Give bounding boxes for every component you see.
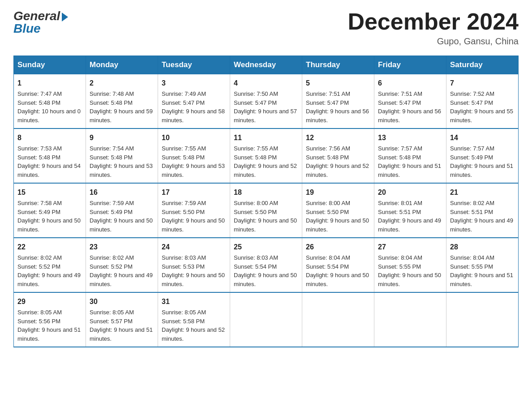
day-cell: 27Sunrise: 8:04 AMSunset: 5:55 PMDayligh… bbox=[374, 238, 446, 292]
day-sunrise: Sunrise: 8:05 AM bbox=[17, 309, 62, 316]
day-sunset: Sunset: 5:48 PM bbox=[17, 154, 60, 161]
day-sunset: Sunset: 5:48 PM bbox=[17, 99, 60, 106]
day-daylight: Daylight: 9 hours and 50 minutes. bbox=[306, 217, 369, 233]
day-cell bbox=[374, 292, 446, 347]
day-sunset: Sunset: 5:55 PM bbox=[378, 263, 421, 270]
day-cell bbox=[302, 292, 374, 347]
day-daylight: Daylight: 9 hours and 58 minutes. bbox=[162, 108, 225, 124]
logo: General Blue bbox=[13, 9, 68, 36]
day-number: 29 bbox=[17, 296, 82, 307]
day-number: 24 bbox=[162, 242, 226, 253]
day-sunset: Sunset: 5:48 PM bbox=[90, 99, 133, 106]
day-daylight: Daylight: 9 hours and 49 minutes. bbox=[450, 217, 513, 233]
day-cell: 9Sunrise: 7:54 AMSunset: 5:48 PMDaylight… bbox=[86, 128, 158, 183]
day-daylight: Daylight: 9 hours and 55 minutes. bbox=[450, 108, 513, 124]
day-sunrise: Sunrise: 7:57 AM bbox=[450, 145, 494, 152]
day-sunset: Sunset: 5:51 PM bbox=[450, 209, 493, 215]
day-daylight: Daylight: 9 hours and 50 minutes. bbox=[162, 217, 225, 233]
day-daylight: Daylight: 9 hours and 53 minutes. bbox=[162, 163, 225, 178]
day-cell: 10Sunrise: 7:55 AMSunset: 5:48 PMDayligh… bbox=[158, 128, 230, 183]
day-sunset: Sunset: 5:47 PM bbox=[234, 99, 277, 106]
day-sunrise: Sunrise: 7:57 AM bbox=[378, 145, 422, 152]
day-number: 10 bbox=[162, 133, 226, 143]
day-sunrise: Sunrise: 7:52 AM bbox=[450, 90, 494, 97]
day-sunset: Sunset: 5:49 PM bbox=[90, 209, 133, 215]
day-number: 22 bbox=[17, 242, 82, 253]
day-cell: 17Sunrise: 7:59 AMSunset: 5:50 PMDayligh… bbox=[158, 183, 230, 238]
day-daylight: Daylight: 9 hours and 50 minutes. bbox=[90, 217, 153, 233]
day-number: 12 bbox=[306, 133, 370, 143]
week-row-4: 22Sunrise: 8:02 AMSunset: 5:52 PMDayligh… bbox=[14, 238, 519, 292]
day-number: 28 bbox=[450, 242, 515, 253]
day-sunset: Sunset: 5:48 PM bbox=[234, 154, 277, 161]
day-cell: 7Sunrise: 7:52 AMSunset: 5:47 PMDaylight… bbox=[446, 74, 519, 129]
day-cell: 30Sunrise: 8:05 AMSunset: 5:57 PMDayligh… bbox=[86, 292, 158, 347]
day-number: 18 bbox=[234, 187, 298, 198]
col-header-sunday: Sunday bbox=[14, 56, 86, 74]
month-title: December 2024 bbox=[348, 9, 519, 34]
day-cell: 29Sunrise: 8:05 AMSunset: 5:56 PMDayligh… bbox=[14, 292, 86, 347]
col-header-wednesday: Wednesday bbox=[230, 56, 302, 74]
calendar-table: SundayMondayTuesdayWednesdayThursdayFrid… bbox=[13, 56, 519, 347]
day-daylight: Daylight: 9 hours and 51 minutes. bbox=[450, 272, 513, 287]
day-sunrise: Sunrise: 7:58 AM bbox=[17, 200, 62, 206]
col-header-saturday: Saturday bbox=[446, 56, 519, 74]
location: Gupo, Gansu, China bbox=[348, 36, 519, 47]
day-number: 5 bbox=[306, 78, 370, 89]
day-sunset: Sunset: 5:54 PM bbox=[234, 263, 277, 270]
day-sunrise: Sunrise: 7:59 AM bbox=[162, 200, 206, 206]
day-cell: 21Sunrise: 8:02 AMSunset: 5:51 PMDayligh… bbox=[446, 183, 519, 238]
day-cell: 6Sunrise: 7:51 AMSunset: 5:47 PMDaylight… bbox=[374, 74, 446, 129]
day-sunrise: Sunrise: 7:53 AM bbox=[17, 145, 62, 152]
day-sunrise: Sunrise: 8:01 AM bbox=[378, 200, 422, 206]
day-cell: 19Sunrise: 8:00 AMSunset: 5:50 PMDayligh… bbox=[302, 183, 374, 238]
day-cell: 8Sunrise: 7:53 AMSunset: 5:48 PMDaylight… bbox=[14, 128, 86, 183]
day-sunset: Sunset: 5:57 PM bbox=[90, 318, 133, 325]
day-daylight: Daylight: 9 hours and 52 minutes. bbox=[306, 163, 369, 178]
day-number: 11 bbox=[234, 133, 298, 143]
day-cell: 5Sunrise: 7:51 AMSunset: 5:47 PMDaylight… bbox=[302, 74, 374, 129]
day-sunrise: Sunrise: 8:02 AM bbox=[450, 200, 494, 206]
day-sunrise: Sunrise: 7:59 AM bbox=[90, 200, 134, 206]
day-sunrise: Sunrise: 7:55 AM bbox=[162, 145, 206, 152]
day-cell: 13Sunrise: 7:57 AMSunset: 5:48 PMDayligh… bbox=[374, 128, 446, 183]
day-sunrise: Sunrise: 7:51 AM bbox=[306, 90, 350, 97]
day-cell: 18Sunrise: 8:00 AMSunset: 5:50 PMDayligh… bbox=[230, 183, 302, 238]
day-sunset: Sunset: 5:48 PM bbox=[162, 154, 205, 161]
day-sunset: Sunset: 5:47 PM bbox=[306, 99, 349, 106]
day-sunset: Sunset: 5:52 PM bbox=[90, 263, 133, 270]
day-sunset: Sunset: 5:48 PM bbox=[306, 154, 349, 161]
day-daylight: Daylight: 10 hours and 0 minutes. bbox=[17, 108, 81, 124]
day-sunset: Sunset: 5:49 PM bbox=[450, 154, 493, 161]
day-daylight: Daylight: 9 hours and 50 minutes. bbox=[378, 272, 441, 287]
day-number: 26 bbox=[306, 242, 370, 253]
day-daylight: Daylight: 9 hours and 51 minutes. bbox=[450, 163, 513, 178]
day-cell: 2Sunrise: 7:48 AMSunset: 5:48 PMDaylight… bbox=[86, 74, 158, 129]
day-number: 4 bbox=[234, 78, 298, 89]
day-sunset: Sunset: 5:51 PM bbox=[378, 209, 421, 215]
day-sunrise: Sunrise: 8:02 AM bbox=[17, 254, 62, 261]
day-sunset: Sunset: 5:47 PM bbox=[162, 99, 205, 106]
day-cell: 15Sunrise: 7:58 AMSunset: 5:49 PMDayligh… bbox=[14, 183, 86, 238]
logo-blue-text: Blue bbox=[13, 21, 41, 36]
day-cell: 26Sunrise: 8:04 AMSunset: 5:54 PMDayligh… bbox=[302, 238, 374, 292]
day-cell: 1Sunrise: 7:47 AMSunset: 5:48 PMDaylight… bbox=[14, 74, 86, 129]
day-cell: 14Sunrise: 7:57 AMSunset: 5:49 PMDayligh… bbox=[446, 128, 519, 183]
week-row-2: 8Sunrise: 7:53 AMSunset: 5:48 PMDaylight… bbox=[14, 128, 519, 183]
day-daylight: Daylight: 9 hours and 51 minutes. bbox=[378, 163, 441, 178]
day-sunset: Sunset: 5:55 PM bbox=[450, 263, 493, 270]
day-number: 15 bbox=[17, 187, 82, 198]
day-number: 9 bbox=[90, 133, 154, 143]
day-cell bbox=[446, 292, 519, 347]
day-sunset: Sunset: 5:52 PM bbox=[17, 263, 60, 270]
day-daylight: Daylight: 9 hours and 53 minutes. bbox=[90, 163, 153, 178]
day-daylight: Daylight: 9 hours and 49 minutes. bbox=[378, 217, 441, 233]
day-daylight: Daylight: 9 hours and 57 minutes. bbox=[234, 108, 297, 124]
day-cell: 4Sunrise: 7:50 AMSunset: 5:47 PMDaylight… bbox=[230, 74, 302, 129]
day-daylight: Daylight: 9 hours and 50 minutes. bbox=[306, 272, 369, 287]
day-sunrise: Sunrise: 8:05 AM bbox=[162, 309, 206, 316]
day-number: 23 bbox=[90, 242, 154, 253]
day-cell: 28Sunrise: 8:04 AMSunset: 5:55 PMDayligh… bbox=[446, 238, 519, 292]
week-row-3: 15Sunrise: 7:58 AMSunset: 5:49 PMDayligh… bbox=[14, 183, 519, 238]
day-number: 1 bbox=[17, 78, 82, 89]
